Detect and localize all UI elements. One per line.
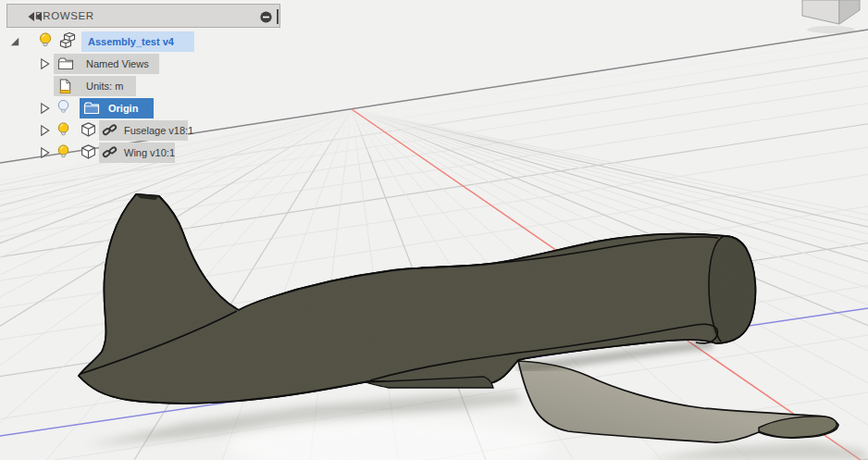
visibility-bulb-icon[interactable] [56, 143, 70, 165]
body-cube-icon [80, 143, 97, 165]
collapsed-arrow-icon[interactable] [39, 101, 51, 119]
units-document-icon [58, 78, 72, 99]
tree-item-label[interactable]: Fuselage v18:1 [124, 125, 193, 136]
visibility-bulb-off-icon[interactable] [56, 98, 70, 120]
minimize-panel-button[interactable] [258, 9, 273, 24]
tree-item-label[interactable]: Assembly_test v4 [88, 36, 174, 47]
body-cube-icon [80, 121, 97, 143]
collapsed-arrow-icon[interactable] [39, 123, 51, 142]
assembly-document-icon [58, 31, 78, 54]
minus-circle-icon [259, 10, 273, 24]
tree-item-label[interactable]: Wing v10:1 [124, 147, 175, 158]
tree-item-label[interactable]: Origin [108, 103, 138, 114]
browser-panel-title: BROWSER [35, 5, 94, 27]
origin-folder-icon [83, 101, 100, 119]
view-cube-shadow [807, 26, 855, 33]
link-icon [102, 122, 118, 142]
panel-grip-handle[interactable] [277, 9, 279, 24]
folder-icon [57, 56, 74, 75]
collapsed-arrow-icon[interactable] [39, 56, 51, 75]
link-icon [102, 144, 118, 164]
browser-panel: BROWSER [0, 0, 296, 176]
visibility-bulb-icon[interactable] [56, 121, 70, 143]
collapsed-arrow-icon[interactable] [39, 145, 51, 164]
visibility-bulb-icon[interactable] [38, 31, 53, 54]
expanded-arrow-icon[interactable] [7, 34, 21, 52]
browser-header[interactable]: BROWSER [6, 4, 280, 28]
tree-item-label[interactable]: Units: m [86, 81, 123, 92]
tree-item-label[interactable]: Named Views [86, 58, 149, 69]
